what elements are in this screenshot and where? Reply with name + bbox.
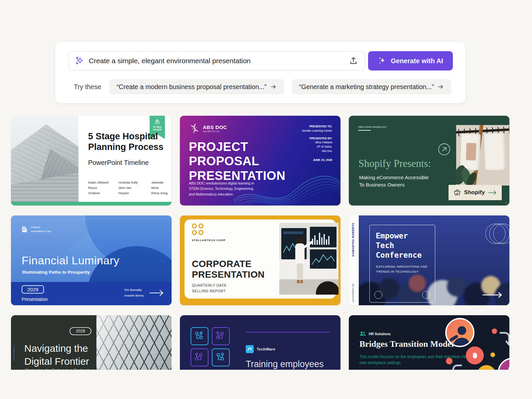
card-title: Bridges Transition Model bbox=[359, 339, 454, 349]
try-these-label: Try these bbox=[74, 83, 101, 91]
doc-type-label: Presentation bbox=[22, 297, 48, 302]
card-subtitle: Making eCommerce Accessible To Business … bbox=[359, 174, 429, 189]
hospital-icon bbox=[154, 119, 160, 125]
card-subtitle: Illuminating Paths to Prosperity bbox=[22, 270, 90, 275]
circuit-icon bbox=[214, 351, 226, 362]
authors-list: Tim Barnaby Anselm Berny bbox=[124, 287, 144, 298]
curved-arrow-down-icon bbox=[448, 364, 463, 370]
card-title: CORPORATE PRESENTATION bbox=[192, 259, 265, 280]
card-title: PROJECT PROPOSAL PRESENTATION bbox=[189, 140, 285, 183]
arrow-right-icon bbox=[482, 292, 503, 298]
presenter-name: SAMANTHA ROBERTS bbox=[351, 223, 355, 257]
authors-list: Kalan AbheediRoyce Chalmer Amanda SullyJ… bbox=[88, 180, 172, 196]
building-icon bbox=[21, 226, 28, 233]
arrow-right-icon bbox=[488, 190, 497, 195]
decorative-dot bbox=[446, 358, 453, 364]
decorative-dot bbox=[492, 329, 497, 334]
company-name: Finance Innovations Corp bbox=[31, 225, 51, 233]
hr-solutions-logo: HR Solutions bbox=[359, 331, 391, 336]
prompt-input[interactable]: Create a simple, elegant environmental p… bbox=[68, 51, 365, 70]
template-card-project-proposal[interactable]: ABS DOCwww.ABS-DOC.com PRESENTED TO: Jen… bbox=[180, 116, 340, 205]
card-title: Financial Luminary bbox=[22, 254, 119, 267]
finance-corp-logo: Finance Innovations Corp bbox=[21, 225, 51, 233]
decorative-circle bbox=[422, 291, 430, 299]
company-name: STELLARTECH CORP bbox=[192, 239, 226, 242]
card-subtitle: Strategies for Embracing Technology bbox=[25, 368, 95, 370]
clothing-rack-photo bbox=[456, 125, 509, 186]
shopify-wordmark: Shopify bbox=[464, 189, 485, 196]
arrow-right-icon bbox=[437, 84, 444, 90]
circuit-icon bbox=[214, 330, 226, 341]
upload-icon bbox=[349, 56, 358, 66]
gallery-clip: Presentation 2029 Navigating the Digital… bbox=[11, 315, 172, 370]
prompt-panel: Create a simple, elegant environmental p… bbox=[55, 42, 466, 103]
side-label: Presentation bbox=[13, 346, 15, 360]
decorative-circle bbox=[374, 291, 382, 299]
brand-name: HR Solutions bbox=[369, 332, 391, 336]
card-title: 5 Stage Hospital Planning Process bbox=[88, 131, 166, 153]
arrow-right-icon bbox=[149, 289, 164, 297]
generate-with-ai-button[interactable]: Generate with AI bbox=[368, 51, 453, 70]
audience-photo: Empower Tech Conference EXPLORING INNOVA… bbox=[359, 215, 509, 305]
presented-block: PRESENTED TO: Jenette Learning Center PR… bbox=[279, 124, 332, 162]
prompt-input-value: Create a simple, elegant environmental p… bbox=[89, 57, 347, 65]
year-badge: 2029 bbox=[69, 327, 91, 335]
person-illustration-badge bbox=[445, 318, 474, 347]
byline-label: presentation by bbox=[351, 284, 354, 302]
template-card-digital-frontier[interactable]: Presentation 2029 Navigating the Digital… bbox=[11, 315, 172, 370]
techware-icon bbox=[246, 345, 254, 353]
building-photo bbox=[11, 116, 78, 202]
clock-badge bbox=[477, 365, 496, 370]
stellartech-logo bbox=[192, 223, 203, 235]
absdoc-logo: ABS DOCwww.ABS-DOC.com bbox=[189, 124, 227, 133]
suggestion-chip-business-proposal[interactable]: “Create a modern business proposal prese… bbox=[109, 79, 284, 94]
wireframe-globe-icon bbox=[485, 223, 509, 245]
template-card-training-employees[interactable]: TechWare Training employees bbox=[180, 315, 340, 370]
hospital-badge-label: St. Mary Hospital bbox=[153, 126, 162, 131]
brand-name: TechWare bbox=[257, 347, 275, 351]
template-card-bridges-transition-model[interactable]: HR Solutions Bridges Transition Model Th… bbox=[349, 315, 509, 370]
website-url: https://www.shopify.com bbox=[358, 125, 386, 128]
card-subtitle: PowerPoint Timeline bbox=[88, 159, 149, 167]
footer-band: 2029 Presentation Tim Barnaby Anselm Ber… bbox=[11, 282, 172, 305]
date: JUNE 23, 2028 bbox=[279, 158, 332, 162]
divider-line bbox=[246, 332, 330, 332]
shopify-logo-box: Shopify bbox=[449, 185, 502, 200]
ai-sparkle-icon bbox=[75, 56, 85, 66]
decorative-dot bbox=[490, 352, 495, 357]
upload-button[interactable] bbox=[347, 55, 359, 67]
card-title: Training employees bbox=[246, 359, 324, 369]
circuit-icon bbox=[193, 351, 204, 362]
year-badge: 2029 bbox=[22, 285, 44, 294]
person-illustration-badge bbox=[498, 358, 509, 370]
hand-badge bbox=[466, 346, 484, 364]
brand-name: ABS DOC bbox=[203, 124, 227, 130]
arrow-up-right-circle-icon bbox=[438, 143, 451, 156]
basket-icon bbox=[453, 189, 461, 196]
template-card-hospital-planning[interactable]: St. Mary Hospital 5 Stage Hospital Plann… bbox=[11, 116, 172, 205]
techware-logo: TechWare bbox=[246, 345, 275, 353]
brand-url: www.ABS-DOC.com bbox=[203, 130, 227, 133]
card-title: Shopify Presents: bbox=[358, 158, 431, 170]
template-card-empower-tech-conference[interactable]: SAMANTHA ROBERTS presentation by Empower… bbox=[349, 215, 509, 305]
gallery-clip: HR Solutions Bridges Transition Model Th… bbox=[349, 315, 509, 370]
card-subtitle: QUARTERLY DATA SELLING REPORT bbox=[192, 283, 226, 294]
arrow-right-icon bbox=[270, 84, 277, 90]
title-frame: Empower Tech Conference EXPLORING INNOVA… bbox=[369, 225, 435, 303]
suggestions-row: Try these “Create a modern business prop… bbox=[74, 79, 452, 94]
template-card-financial-luminary[interactable]: Finance Innovations Corp Financial Lumin… bbox=[11, 215, 172, 305]
template-card-corporate-presentation[interactable]: STELLARTECH CORP CORPORATE PRESENTATION … bbox=[180, 215, 340, 305]
circuit-tiles-graphic bbox=[191, 327, 230, 370]
hand-icon bbox=[471, 352, 478, 359]
page-number: 1 bbox=[506, 201, 507, 204]
card-title: Empower Tech Conference bbox=[376, 231, 422, 260]
card-subtitle: EXPLORING INNOVATIONS AND TRENDS IN TECH… bbox=[376, 264, 427, 274]
suggestion-text: “Create a modern business proposal prese… bbox=[117, 83, 267, 91]
template-card-shopify-presents[interactable]: https://www.shopify.com Shopify Presents… bbox=[349, 116, 509, 205]
presenter-photo bbox=[279, 223, 338, 295]
generate-with-ai-label: Generate with AI bbox=[391, 57, 443, 65]
suggestion-chip-marketing-strategy[interactable]: “Generate a marketing strategy presentat… bbox=[292, 79, 451, 94]
card-description: ABS DOC revolutionizes digital learning … bbox=[189, 181, 255, 197]
gallery-clip: TechWare Training employees bbox=[180, 315, 340, 370]
accent-bar bbox=[11, 202, 172, 205]
